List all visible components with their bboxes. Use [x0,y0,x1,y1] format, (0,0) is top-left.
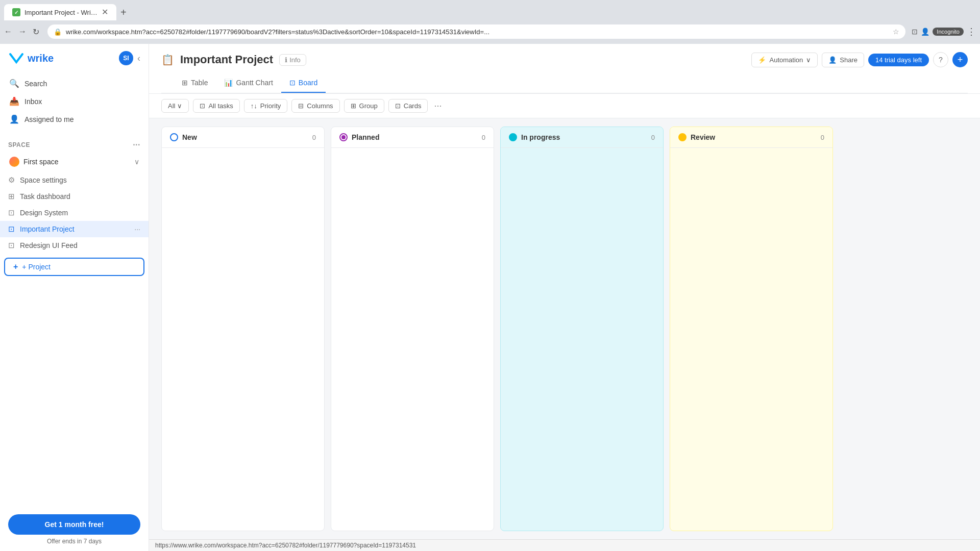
review-column-title: Review [691,133,817,141]
app: wrike SI ‹ 🔍 Search 📥 Inbox 👤 Assigned t… [0,44,980,551]
new-status-icon [170,133,178,141]
filter-columns-btn[interactable]: ⊟ Columns [291,99,339,113]
filter-more-btn[interactable]: ··· [432,101,444,111]
lock-icon: 🔒 [54,28,62,36]
project-more-btn[interactable]: ··· [134,225,140,233]
space-icon [9,157,19,167]
planned-column-title: Planned [352,133,478,141]
column-header-review: Review 0 [670,127,832,148]
board-column-new: New 0 [161,127,325,531]
reload-btn[interactable]: ↻ [31,26,41,38]
new-tab-btn[interactable]: + [116,5,131,20]
automation-btn[interactable]: ⚡ Automation ∨ [751,53,818,67]
board-column-review: Review 0 [670,127,833,531]
space-section: Space ··· [0,136,149,152]
address-actions: ⊡ 👤 Incognito ⋮ [912,26,976,37]
redesign-ui-label: Redesign UI Feed [20,241,78,249]
sidebar-item-task-dashboard[interactable]: ⊞ Task dashboard [0,188,149,205]
sidebar-item-redesign-ui[interactable]: ⊡ Redesign UI Feed [0,237,149,254]
browser-menu-btn[interactable]: ⋮ [967,26,976,37]
sidebar-nav: 🔍 Search 📥 Inbox 👤 Assigned to me [0,72,149,130]
add-project-btn[interactable]: + + Project [4,258,144,276]
settings-icon: ⚙ [8,176,15,185]
info-btn[interactable]: ℹ Info [279,54,306,66]
in-progress-column-title: In progress [521,133,647,141]
space-chevron-icon: ∨ [134,158,139,166]
sidebar-header: wrike SI ‹ [0,44,149,72]
sidebar-item-space-settings[interactable]: ⚙ Space settings [0,172,149,188]
gantt-icon: 📊 [224,79,233,87]
incognito-badge: Incognito [933,28,964,36]
tab-favicon: ✓ [12,8,20,16]
columns-icon: ⊟ [298,102,304,110]
new-column-count: 0 [312,134,316,141]
help-btn[interactable]: ? [933,52,948,67]
view-tabs: ⊞ Table 📊 Gantt Chart ⊡ Board [161,73,968,93]
sidebar-item-search[interactable]: 🔍 Search [4,74,144,92]
forward-btn[interactable]: → [16,26,29,37]
filter-all-tasks-btn[interactable]: ⊡ All tasks [193,99,239,113]
board-icon: ⊡ [289,79,296,87]
filter-cards-btn[interactable]: ⊡ Cards [388,99,428,113]
page-title: Important Project [180,53,273,66]
automation-chevron-icon: ∨ [806,56,811,64]
space-settings-label: Space settings [20,176,67,184]
filter-group-btn[interactable]: ⊞ Group [344,99,384,113]
project-header: 📋 Important Project ℹ Info ⚡ Automation … [149,44,980,94]
tab-close-btn[interactable]: ✕ [102,8,108,16]
table-icon: ⊞ [182,79,188,87]
sidebar-item-inbox[interactable]: 📥 Inbox [4,92,144,110]
user-avatar[interactable]: SI [119,51,133,65]
sidebar-item-first-space[interactable]: First space ∨ [4,153,144,171]
task-dashboard-label: Task dashboard [20,192,70,201]
review-status-icon [678,133,687,141]
cards-label: Cards [404,102,422,110]
in-progress-column-body [501,148,663,531]
sidebar-footer: Get 1 month free! Offer ends in 7 days [0,508,149,551]
share-btn[interactable]: 👤 Share [822,53,864,67]
tab-bar: ✓ Important Project - Wrike ✕ + [0,0,980,20]
space-more-btn[interactable]: ··· [133,140,140,149]
add-project-icon: + [13,262,18,271]
board-label: Board [299,79,317,87]
columns-label: Columns [307,102,333,110]
sidebar-item-important-project[interactable]: ⊡ Important Project ··· [0,221,149,237]
column-header-planned: Planned 0 [331,127,494,148]
important-project-label: Important Project [20,225,75,233]
tab-table[interactable]: ⊞ Table [174,73,216,93]
active-tab[interactable]: ✓ Important Project - Wrike ✕ [4,4,116,20]
new-column-title: New [182,133,308,141]
review-column-count: 0 [821,134,824,141]
filter-all-label: All [168,102,175,110]
cast-icon[interactable]: ⊡ [912,28,918,36]
status-bar-url: https://www.wrike.com/workspace.htm?acc=… [155,542,416,549]
inbox-icon: 📥 [9,96,19,106]
sidebar-item-assigned[interactable]: 👤 Assigned to me [4,110,144,128]
tab-gantt[interactable]: 📊 Gantt Chart [216,73,281,93]
priority-label: Priority [260,102,281,110]
promo-btn[interactable]: Get 1 month free! [8,514,140,535]
back-btn[interactable]: ← [2,26,14,37]
address-bar[interactable]: 🔒 wrike.com/workspace.htm?acc=6250782#fo… [47,24,905,39]
cards-icon: ⊡ [395,102,401,110]
bookmark-icon[interactable]: ☆ [893,28,899,36]
sidebar-collapse-btn[interactable]: ‹ [137,53,140,64]
new-column-body [162,148,324,531]
search-label: Search [24,80,47,88]
filter-priority-btn[interactable]: ↑↓ Priority [244,99,287,113]
add-project-label: + Project [22,263,51,271]
browser-chrome: ✓ Important Project - Wrike ✕ + ← → ↻ 🔒 … [0,0,980,44]
promo-subtext: Offer ends in 7 days [8,538,140,545]
wrike-logo: wrike [8,50,115,66]
add-item-btn[interactable]: + [952,52,968,67]
tab-board[interactable]: ⊡ Board [281,73,326,93]
table-label: Table [191,79,208,87]
filter-all-dropdown[interactable]: All ∨ [161,99,189,113]
sidebar-item-design-system[interactable]: ⊡ Design System [0,205,149,221]
planned-column-body [331,148,494,531]
project-header-icon: 📋 [161,54,174,66]
profile-icon[interactable]: 👤 [921,28,929,36]
board-column-in-progress: In progress 0 [500,127,664,531]
sidebar: wrike SI ‹ 🔍 Search 📥 Inbox 👤 Assigned t… [0,44,149,551]
status-bar: https://www.wrike.com/workspace.htm?acc=… [149,539,980,551]
